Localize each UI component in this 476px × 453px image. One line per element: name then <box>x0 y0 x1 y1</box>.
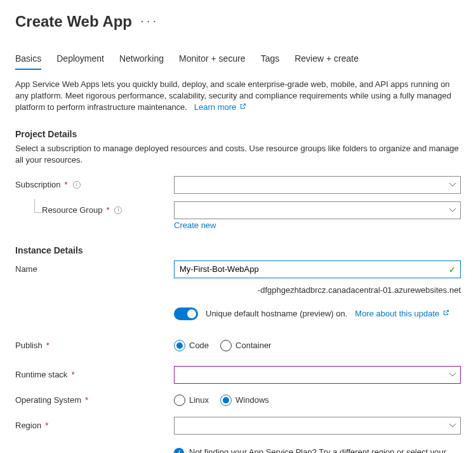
tree-connector-icon <box>34 199 42 213</box>
tabs: Basics Deployment Networking Monitor + s… <box>15 50 461 70</box>
runtime-label: Runtime stack * <box>15 370 174 379</box>
subscription-select[interactable] <box>174 176 461 194</box>
page-title-text: Create Web App <box>15 13 132 30</box>
name-label-text: Name <box>15 264 37 274</box>
os-linux-label: Linux <box>189 395 209 405</box>
publish-label: Publish * <box>15 341 174 350</box>
resource-group-select[interactable] <box>174 201 461 219</box>
required-asterisk: * <box>65 180 68 189</box>
runtime-row: Runtime stack * <box>15 365 461 385</box>
info-icon[interactable]: i <box>73 181 81 189</box>
publish-code-label: Code <box>189 341 209 350</box>
publish-label-text: Publish <box>15 341 43 350</box>
resource-group-label-text: Resource Group <box>42 205 102 215</box>
page-title: Create Web App · · · <box>15 13 461 30</box>
os-radio-windows[interactable]: Windows <box>220 395 269 406</box>
region-note: Not finding your App Service Plan? Try a… <box>189 447 461 453</box>
external-link-icon <box>240 103 246 109</box>
toggle-label: Unique default hostname (preview) on. <box>206 309 347 318</box>
learn-more-label: Learn more <box>194 102 236 112</box>
radio-icon <box>174 340 185 351</box>
subscription-label: Subscription * i <box>15 180 174 189</box>
resource-group-row: Resource Group * i <box>15 200 461 220</box>
unique-hostname-toggle[interactable] <box>174 308 198 320</box>
name-input[interactable] <box>174 260 461 278</box>
learn-more-link[interactable]: Learn more <box>194 102 246 112</box>
more-actions-icon[interactable]: · · · <box>141 17 156 27</box>
required-asterisk: * <box>71 370 74 379</box>
name-row: Name ✓ <box>15 259 461 280</box>
os-windows-label: Windows <box>235 395 269 405</box>
required-asterisk: * <box>106 205 109 215</box>
radio-icon <box>220 340 232 351</box>
publish-radio-container[interactable]: Container <box>220 340 271 351</box>
check-icon: ✓ <box>449 264 456 274</box>
tab-basics[interactable]: Basics <box>15 50 41 70</box>
runtime-select[interactable] <box>174 366 461 384</box>
region-row: Region * <box>15 416 461 436</box>
hostname-more-label: More about this update <box>355 309 439 318</box>
domain-suffix: -dfgphgezhtadbrcz.canadacentral-01.azure… <box>174 285 461 295</box>
os-radio-linux[interactable]: Linux <box>174 395 209 406</box>
region-label: Region * <box>15 421 174 430</box>
tab-deployment[interactable]: Deployment <box>56 50 104 70</box>
subscription-row: Subscription * i <box>15 175 461 195</box>
region-select[interactable] <box>174 417 461 435</box>
os-label: Operating System * <box>15 395 174 405</box>
tab-review-create[interactable]: Review + create <box>294 50 359 70</box>
publish-radio-code[interactable]: Code <box>174 340 209 351</box>
info-icon[interactable]: i <box>114 206 122 214</box>
radio-icon <box>220 395 232 406</box>
region-label-text: Region <box>15 421 41 430</box>
external-link-icon <box>443 309 449 316</box>
publish-container-label: Container <box>235 341 271 350</box>
hostname-more-link[interactable]: More about this update <box>355 309 449 318</box>
radio-icon <box>174 395 185 406</box>
required-asterisk: * <box>45 421 48 430</box>
project-details-desc: Select a subscription to manage deployed… <box>15 143 461 166</box>
publish-row: Publish * Code Container <box>15 335 461 356</box>
os-row: Operating System * Linux Windows <box>15 390 461 410</box>
required-asterisk: * <box>85 395 88 405</box>
create-new-resource-group-link[interactable]: Create new <box>174 220 216 230</box>
subscription-label-text: Subscription <box>15 180 61 189</box>
resource-group-label: Resource Group * i <box>15 205 174 215</box>
instance-details-heading: Instance Details <box>15 245 461 255</box>
intro-text: App Service Web Apps lets you quickly bu… <box>15 79 461 114</box>
os-label-text: Operating System <box>15 395 81 405</box>
tab-tags[interactable]: Tags <box>261 50 280 70</box>
name-label: Name <box>15 264 174 274</box>
required-asterisk: * <box>46 341 50 350</box>
runtime-label-text: Runtime stack <box>15 370 67 379</box>
tab-networking[interactable]: Networking <box>119 50 164 70</box>
tab-monitor-secure[interactable]: Monitor + secure <box>179 50 246 70</box>
project-details-heading: Project Details <box>15 129 461 139</box>
info-badge-icon: i <box>174 448 184 453</box>
